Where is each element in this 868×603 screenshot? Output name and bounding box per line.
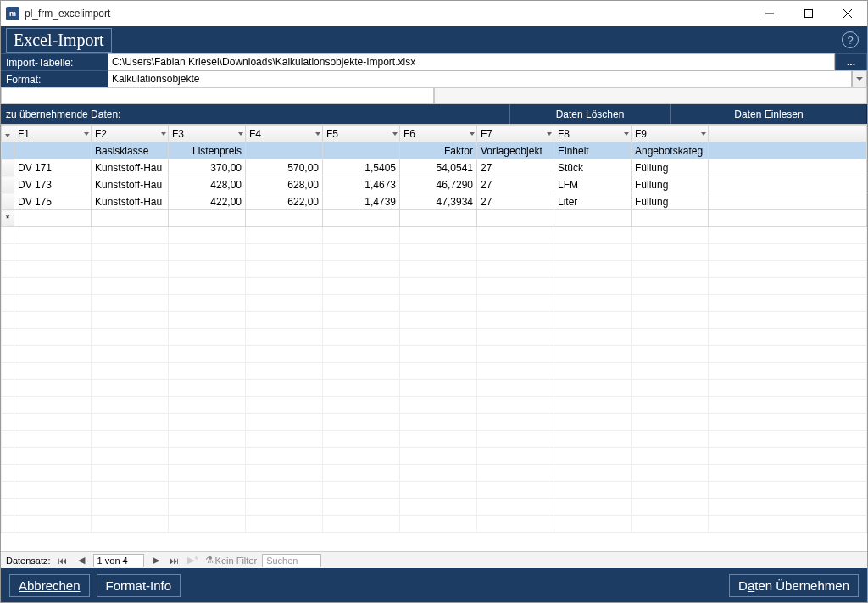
cell[interactable]	[14, 448, 92, 465]
cell[interactable]: 27	[477, 176, 554, 193]
cell[interactable]	[14, 312, 92, 329]
cell[interactable]	[246, 482, 323, 499]
column-header-F8[interactable]: F8	[554, 126, 632, 142]
chevron-down-icon[interactable]	[624, 132, 629, 136]
cell[interactable]	[169, 329, 246, 346]
apply-data-button[interactable]: Daten Übernehmen	[729, 574, 859, 597]
cell[interactable]	[169, 312, 246, 329]
minimize-button[interactable]	[750, 1, 789, 26]
cell[interactable]	[323, 210, 400, 227]
chevron-down-icon[interactable]	[238, 132, 243, 136]
cell[interactable]	[323, 414, 400, 431]
nav-next-button[interactable]: ▶	[149, 554, 163, 567]
cell[interactable]: 370,00	[169, 159, 246, 176]
cell[interactable]	[323, 363, 400, 380]
cell[interactable]	[554, 414, 632, 431]
row-selector[interactable]	[2, 346, 14, 363]
cell[interactable]	[632, 261, 709, 278]
cell[interactable]	[323, 465, 400, 482]
cell[interactable]	[246, 312, 323, 329]
table-row[interactable]	[2, 499, 867, 516]
table-row[interactable]: DV 173Kunststoff-Hau428,00628,001,467346…	[2, 176, 867, 193]
read-data-button[interactable]: Daten Einlesen	[670, 104, 867, 124]
row-selector[interactable]	[2, 278, 14, 295]
cell[interactable]	[14, 295, 92, 312]
table-row[interactable]	[2, 278, 867, 295]
column-header-F7[interactable]: F7	[477, 126, 554, 142]
row-selector[interactable]	[2, 159, 14, 176]
table-row[interactable]	[2, 465, 867, 482]
nav-last-button[interactable]: ⏭	[168, 554, 181, 567]
cell[interactable]	[323, 278, 400, 295]
cell[interactable]	[169, 397, 246, 414]
cell[interactable]	[246, 397, 323, 414]
nav-counter[interactable]: 1 von 4	[93, 554, 144, 567]
cell[interactable]	[14, 244, 92, 261]
row-selector[interactable]	[2, 244, 14, 261]
row-selector[interactable]	[2, 499, 14, 516]
cell[interactable]	[554, 312, 632, 329]
cell[interactable]	[169, 516, 246, 533]
column-header-F2[interactable]: F2	[92, 126, 169, 142]
chevron-down-icon[interactable]	[392, 132, 398, 136]
cell[interactable]	[477, 482, 554, 499]
cell[interactable]	[169, 278, 246, 295]
chevron-down-icon[interactable]	[161, 132, 166, 136]
chevron-down-icon[interactable]	[315, 132, 320, 136]
row-selector[interactable]	[2, 482, 14, 499]
cell[interactable]	[554, 499, 632, 516]
cell[interactable]	[554, 210, 632, 227]
table-row[interactable]	[2, 448, 867, 465]
cell[interactable]	[169, 380, 246, 397]
cell[interactable]	[246, 516, 323, 533]
cell[interactable]	[477, 312, 554, 329]
cell[interactable]	[14, 227, 92, 244]
cell[interactable]	[246, 448, 323, 465]
cell[interactable]: 1,5405	[323, 159, 400, 176]
table-row[interactable]	[2, 329, 867, 346]
data-grid[interactable]: F1F2F3F4F5F6F7F8F9 BasisklasseListenprei…	[1, 125, 867, 551]
cell[interactable]: 622,00	[246, 193, 323, 210]
cell[interactable]	[92, 227, 169, 244]
cell[interactable]	[246, 244, 323, 261]
cell[interactable]	[400, 312, 477, 329]
cell[interactable]	[92, 397, 169, 414]
table-row[interactable]	[2, 380, 867, 397]
cell[interactable]	[14, 261, 92, 278]
cell[interactable]	[14, 465, 92, 482]
maximize-button[interactable]	[789, 1, 828, 26]
cell[interactable]	[246, 465, 323, 482]
cell[interactable]: DV 175	[14, 193, 92, 210]
cell[interactable]	[92, 499, 169, 516]
cell[interactable]	[400, 516, 477, 533]
cell[interactable]: 422,00	[169, 193, 246, 210]
column-header-F3[interactable]: F3	[169, 126, 246, 142]
cell[interactable]	[554, 278, 632, 295]
row-selector[interactable]	[2, 397, 14, 414]
cell[interactable]	[477, 397, 554, 414]
cell[interactable]	[400, 261, 477, 278]
cell[interactable]: 27	[477, 159, 554, 176]
cell[interactable]	[477, 431, 554, 448]
cell[interactable]: 27	[477, 193, 554, 210]
cell[interactable]	[632, 244, 709, 261]
cell[interactable]	[169, 465, 246, 482]
table-row[interactable]	[2, 414, 867, 431]
cell[interactable]	[632, 380, 709, 397]
column-header-F1[interactable]: F1	[14, 126, 92, 142]
cell[interactable]	[246, 142, 323, 159]
cell[interactable]	[14, 516, 92, 533]
cell[interactable]	[477, 227, 554, 244]
cell[interactable]	[400, 380, 477, 397]
cell[interactable]: DV 171	[14, 159, 92, 176]
table-row[interactable]	[2, 244, 867, 261]
cell[interactable]	[323, 380, 400, 397]
cell[interactable]	[554, 329, 632, 346]
row-selector[interactable]	[2, 431, 14, 448]
nav-new-button[interactable]: ▶*	[186, 554, 200, 567]
cell[interactable]	[554, 244, 632, 261]
cell[interactable]	[14, 380, 92, 397]
cell[interactable]: Füllung	[632, 193, 709, 210]
chevron-down-icon[interactable]	[84, 132, 89, 136]
cell[interactable]	[554, 465, 632, 482]
